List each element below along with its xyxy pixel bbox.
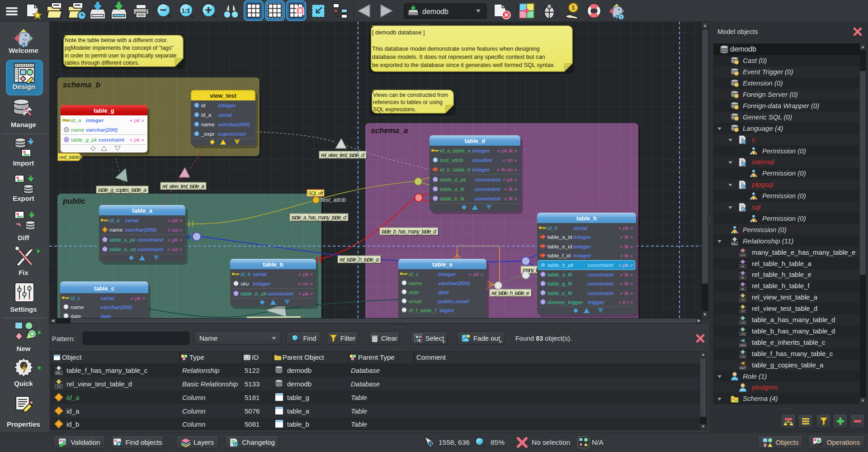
svg-text:« pk »: « pk » bbox=[618, 262, 633, 268]
svg-text:in order to permit user to gra: in order to permit user to graphically s… bbox=[65, 52, 177, 59]
svg-text:table_h_pk: table_h_pk bbox=[547, 262, 574, 268]
svg-text:database models. It does not r: database models. It does not represent a… bbox=[372, 53, 545, 60]
svg-text:table_b_has_many_table_d: table_b_has_many_table_d bbox=[752, 327, 835, 335]
svg-text:table_a_pk: table_a_pk bbox=[109, 237, 136, 243]
svg-text:table_a: table_a bbox=[132, 207, 153, 214]
svg-text:id_a: id_a bbox=[71, 117, 81, 124]
svg-text:[ demodb database ]: [ demodb database ] bbox=[372, 29, 425, 36]
svg-text:_expr: _expr bbox=[201, 131, 215, 137]
svg-text:table_b_has_many_table_d: table_b_has_many_table_d bbox=[382, 228, 437, 235]
svg-text:integer: integer bbox=[86, 117, 104, 124]
svg-text:be exported to the database si: be exported to the database since it gen… bbox=[372, 62, 555, 68]
svg-text:1:N: 1:N bbox=[741, 355, 745, 358]
svg-text:sku: sku bbox=[241, 281, 249, 287]
svg-text:table_h: table_h bbox=[576, 215, 597, 222]
svg-text:rel_table_h_table_a: rel_table_h_table_a bbox=[340, 257, 379, 263]
svg-text:expression: expression bbox=[218, 131, 246, 137]
svg-text:integer: integer bbox=[253, 281, 271, 287]
svg-text:Permission (0): Permission (0) bbox=[762, 169, 806, 177]
svg-text:GEN: GEN bbox=[740, 344, 745, 347]
svg-text:Column: Column bbox=[182, 407, 206, 415]
svg-text:name: name bbox=[201, 121, 215, 128]
svg-text:$: $ bbox=[571, 4, 575, 11]
svg-text:table_a_uq: table_a_uq bbox=[109, 246, 136, 252]
svg-text:serial: serial bbox=[573, 225, 588, 231]
svg-text:1:1: 1:1 bbox=[182, 7, 190, 14]
svg-text:table_g: table_g bbox=[287, 394, 309, 401]
svg-text:Comment: Comment bbox=[416, 353, 446, 361]
svg-text:id_c: id_c bbox=[409, 271, 419, 277]
svg-text:Language (4): Language (4) bbox=[743, 124, 783, 132]
svg-text:« fk »: « fk » bbox=[620, 281, 633, 287]
svg-text:varchar(200): varchar(200) bbox=[100, 304, 132, 310]
svg-text:N:N: N:N bbox=[741, 254, 745, 257]
svg-text:name: name bbox=[71, 127, 85, 133]
svg-text:integer: integer bbox=[573, 243, 592, 250]
svg-text:5122: 5122 bbox=[245, 366, 259, 374]
svg-text:REL: REL bbox=[732, 243, 737, 245]
svg-text:Note the table below with a di: Note the table below with a different co… bbox=[65, 37, 168, 43]
svg-text:references to tables or using: references to tables or using bbox=[373, 99, 443, 105]
svg-text:rel_table_h_table_e: rel_table_h_table_e bbox=[491, 290, 529, 296]
svg-text:T:V: T:V bbox=[741, 310, 745, 313]
svg-text:table_f_has_many_table_c: table_f_has_many_table_c bbox=[66, 366, 148, 374]
svg-text:bigint: bigint bbox=[439, 307, 454, 314]
svg-text:rel_table_h_table_e: rel_table_h_table_e bbox=[752, 271, 811, 278]
svg-text:pgModeler implements the conce: pgModeler implements the concept of "tag… bbox=[65, 45, 173, 51]
svg-text:table_a_has_many_table_d: table_a_has_many_table_d bbox=[752, 316, 835, 324]
svg-text:Permission (0): Permission (0) bbox=[743, 226, 787, 233]
svg-text:Database: Database bbox=[351, 380, 380, 388]
svg-text:« nn »: « nn » bbox=[298, 281, 313, 287]
svg-text:« pk »: « pk » bbox=[618, 225, 633, 231]
svg-text:« b i »: « b i » bbox=[618, 299, 633, 305]
svg-text:public.email: public.email bbox=[438, 298, 469, 305]
svg-text:« fk »: « fk » bbox=[620, 290, 633, 296]
svg-text:« pk »: « pk » bbox=[298, 290, 313, 297]
svg-text:« pk »: « pk » bbox=[503, 176, 518, 183]
svg-text:varchar(200): varchar(200) bbox=[438, 280, 470, 286]
svg-text:Column: Column bbox=[182, 420, 206, 428]
svg-text:integer: integer bbox=[472, 147, 491, 154]
svg-text:5081: 5081 bbox=[245, 420, 259, 428]
svg-text:« pk »: « pk » bbox=[131, 295, 146, 301]
svg-text:Parent Type: Parent Type bbox=[358, 353, 395, 361]
svg-text:table_e_fk: table_e_fk bbox=[547, 290, 573, 296]
svg-text:table_f_id: table_f_id bbox=[547, 252, 571, 259]
svg-text:id_b: id_b bbox=[66, 420, 79, 428]
svg-text:« fk »: « fk » bbox=[620, 243, 633, 250]
svg-text:view_test: view_test bbox=[210, 92, 236, 99]
svg-text:......: ...... bbox=[421, 22, 429, 26]
svg-text:DEP: DEP bbox=[740, 366, 745, 369]
svg-text:Properties: Properties bbox=[7, 420, 40, 428]
svg-text:rel_view_test_table_d: rel_view_test_table_d bbox=[752, 305, 817, 312]
svg-text:table_g_pk: table_g_pk bbox=[71, 137, 98, 143]
svg-text:« fk »: « fk » bbox=[504, 186, 517, 192]
svg-text:varchar(200): varchar(200) bbox=[125, 227, 156, 233]
svg-text:id_a_table_a: id_a_table_a bbox=[440, 147, 471, 154]
svg-text:name: name bbox=[409, 280, 422, 286]
svg-text:integer: integer bbox=[472, 167, 491, 173]
svg-text:FK: FK bbox=[741, 288, 745, 290]
svg-text:Object: Object bbox=[62, 353, 82, 361]
svg-text:table_e_id: table_e_id bbox=[547, 243, 572, 250]
svg-text:integer: integer bbox=[573, 234, 592, 240]
svg-text:« pk »: « pk » bbox=[130, 117, 145, 124]
svg-text:Import: Import bbox=[13, 159, 34, 167]
svg-text:constraint: constraint bbox=[588, 290, 614, 296]
svg-text:Settings: Settings bbox=[10, 305, 37, 313]
svg-text:constraint: constraint bbox=[475, 176, 501, 183]
svg-text:SQL expressions.: SQL expressions. bbox=[373, 106, 416, 113]
svg-text:constraint: constraint bbox=[475, 186, 501, 192]
svg-text:table_a: table_a bbox=[287, 407, 310, 415]
svg-text:Basic Relationship: Basic Relationship bbox=[182, 380, 238, 388]
svg-text:plpgsql: plpgsql bbox=[751, 181, 774, 188]
svg-text:Event Trigger (0): Event Trigger (0) bbox=[743, 68, 793, 76]
svg-text:5133: 5133 bbox=[245, 380, 259, 388]
svg-text:table_g: table_g bbox=[94, 107, 114, 114]
svg-text:c: c bbox=[752, 136, 755, 143]
svg-text:serial: serial bbox=[100, 295, 115, 301]
svg-text:1:N: 1:N bbox=[741, 321, 745, 324]
svg-text:email: email bbox=[409, 298, 422, 305]
svg-text:« pk »: « pk » bbox=[130, 137, 145, 143]
svg-text:id_a: id_a bbox=[109, 217, 120, 224]
